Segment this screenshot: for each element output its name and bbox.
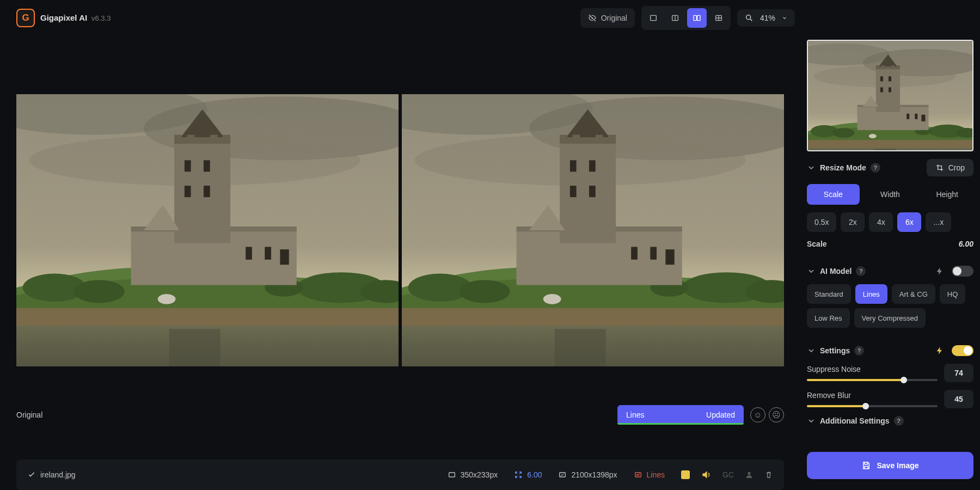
dimensions-out-icon [558,470,567,479]
magnifier-icon [745,14,754,22]
app-title: Gigapixel AI [40,13,87,22]
original-preview-button[interactable]: Original [580,8,635,28]
bolt-icon [935,267,944,275]
topbar: G Gigapixel AI v6.3.3 Original 41% [0,0,980,35]
updated-pill[interactable]: Lines Updated [617,405,744,425]
app-logo-icon: G [16,9,35,27]
svg-line-39 [750,19,752,21]
suppress-noise-track[interactable] [807,379,938,381]
scale-key: Scale [807,240,827,248]
remove-blur-slider: Remove Blur 45 [807,390,973,408]
model-auto-toggle[interactable] [952,266,973,277]
updated-model-label: Lines [626,411,644,419]
topbar-controls: Original 41% [580,6,795,30]
color-swatch-icon[interactable] [681,470,690,479]
filename: ireland.jpg [40,470,76,479]
bolt-icon [935,346,944,355]
model-lines[interactable]: Lines [855,284,887,304]
original-preview-label: Original [601,14,627,22]
suppress-noise-value[interactable]: 74 [944,364,973,382]
remove-blur-track[interactable] [807,405,938,407]
help-icon[interactable]: ? [894,416,904,426]
save-icon [861,461,871,470]
scale-6x[interactable]: 6x [897,212,921,232]
person-icon[interactable] [745,470,754,479]
file-item[interactable]: ireland.jpg [27,470,76,479]
canvas-area: Original Lines Updated ☺ ☹ ireland.jpg 3… [0,35,800,490]
save-button[interactable]: Save Image [807,452,973,479]
resize-section-header[interactable]: Resize Mode ? Crop [807,159,973,176]
svg-rect-33 [694,15,696,20]
zoom-control[interactable]: 41% [737,9,795,27]
file-model: Lines [647,470,665,479]
additional-title: Additional Settings [820,416,890,425]
mode-width[interactable]: Width [864,184,917,205]
remove-blur-value[interactable]: 45 [944,390,973,408]
model-very-compressed[interactable]: Very Compressed [854,308,926,328]
check-icon [27,470,36,479]
resize-title: Resize Mode [820,163,866,172]
remove-blur-label: Remove Blur [807,391,851,400]
settings-section-header[interactable]: Settings ? [807,345,973,356]
resize-mode-segment: Scale Width Height [807,184,973,205]
original-pane-label: Original [16,411,42,419]
file-scale: 6.00 [527,470,542,479]
mode-height[interactable]: Height [921,184,973,205]
crop-icon [935,163,944,172]
suppress-noise-label: Suppress Noise [807,365,861,373]
sound-icon[interactable] [701,469,712,480]
dimensions-in-icon [448,470,456,479]
view-split-vertical-button[interactable] [665,8,685,28]
feedback-bad-button[interactable]: ☹ [769,407,784,422]
expand-icon [514,470,523,479]
trash-icon[interactable] [764,470,773,479]
model-hq[interactable]: HQ [940,284,966,304]
model-low-res[interactable]: Low Res [807,308,850,328]
additional-section-header[interactable]: Additional Settings ? [807,416,973,426]
help-icon[interactable]: ? [854,346,864,356]
updated-label: Updated [706,411,735,419]
output-dimensions: 2100x1398px [571,470,617,479]
brand: G Gigapixel AI v6.3.3 [16,9,111,27]
view-side-by-side-button[interactable] [687,8,707,28]
model-art-cg[interactable]: Art & CG [892,284,935,304]
crop-button[interactable]: Crop [927,159,973,176]
chevron-down-icon [807,346,816,355]
input-dimensions: 350x233px [461,470,498,479]
help-icon[interactable]: ? [856,266,866,276]
model-standard[interactable]: Standard [807,284,851,304]
svg-rect-30 [651,15,657,20]
svg-rect-40 [449,473,455,477]
model-title: AI Model [820,267,852,275]
settings-title: Settings [820,346,850,355]
chevron-down-icon [782,15,787,21]
svg-point-43 [748,472,750,475]
svg-rect-34 [697,15,700,20]
gc-label: GC [722,470,734,479]
scale-0-5x[interactable]: 0.5x [807,212,836,232]
eye-off-icon [588,14,597,22]
model-section-header[interactable]: AI Model ? [807,266,973,277]
scale-4x[interactable]: 4x [869,212,893,232]
chevron-down-icon [807,416,816,425]
view-grid-button[interactable] [709,8,728,28]
chevron-down-icon [807,163,816,172]
app-version: v6.3.3 [91,14,111,22]
thumbnail-navigator[interactable] [807,40,973,151]
scale-custom[interactable]: ...x [926,212,951,232]
save-label: Save Image [877,461,918,470]
svg-rect-41 [560,473,566,477]
mode-scale[interactable]: Scale [807,184,860,205]
sidebar: Resize Mode ? Crop Scale Width Height 0.… [800,35,980,490]
model-options: Standard Lines Art & CG HQ Low Res Very … [807,284,973,328]
help-icon[interactable]: ? [871,163,880,173]
scale-2x[interactable]: 2x [841,212,865,232]
original-pane[interactable] [16,94,399,366]
svg-point-38 [746,15,751,19]
view-single-button[interactable] [644,8,663,28]
feedback-good-button[interactable]: ☺ [750,407,765,422]
scale-value: 6.00 [959,240,973,248]
updated-pane[interactable] [402,94,784,366]
settings-auto-toggle[interactable] [952,345,973,356]
crop-label: Crop [948,163,965,172]
